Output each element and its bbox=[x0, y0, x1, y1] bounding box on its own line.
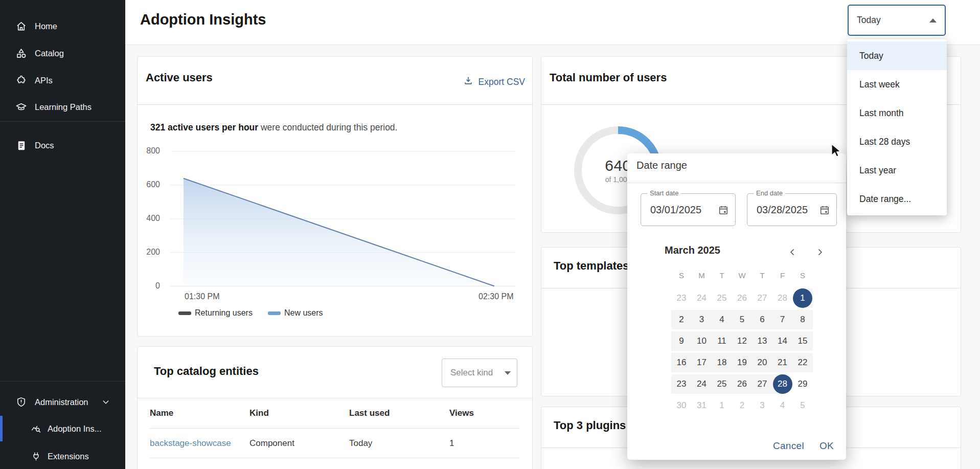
calendar-day[interactable]: 3 bbox=[692, 310, 712, 329]
legend-label: Returning users bbox=[195, 308, 253, 318]
sidebar-item-label: Extensions bbox=[48, 452, 89, 461]
card-divider bbox=[138, 104, 532, 105]
sidebar-item-administration[interactable]: Administration bbox=[0, 390, 125, 414]
kind-select[interactable]: Select kind bbox=[442, 359, 517, 387]
menu-item-last-week[interactable]: Last week bbox=[847, 70, 947, 99]
calendar-day[interactable]: 30 bbox=[672, 396, 691, 415]
menu-item-last-year[interactable]: Last year bbox=[847, 156, 947, 185]
sidebar-item-adoption-insights[interactable]: Adoption Ins... bbox=[0, 417, 125, 440]
sidebar-item-docs[interactable]: Docs bbox=[0, 133, 125, 157]
menu-item-last-month[interactable]: Last month bbox=[847, 99, 947, 127]
calendar-day[interactable]: 6 bbox=[753, 310, 772, 329]
active-users-area-chart bbox=[170, 148, 516, 286]
cell-kind: Component bbox=[249, 438, 349, 449]
calendar-day[interactable]: 22 bbox=[793, 353, 812, 372]
calendar-day[interactable]: 28 bbox=[773, 288, 792, 308]
calendar-day[interactable]: 26 bbox=[733, 288, 752, 308]
calendar-day[interactable]: 8 bbox=[793, 310, 812, 329]
calendar-day[interactable]: 29 bbox=[793, 374, 812, 394]
calendar-day[interactable]: 5 bbox=[733, 310, 752, 329]
calendar-day-selected[interactable]: 28 bbox=[773, 374, 792, 394]
calendar-day[interactable]: 26 bbox=[733, 374, 752, 394]
calendar-day[interactable]: 1 bbox=[712, 396, 732, 415]
sidebar-item-label: Administration bbox=[35, 397, 88, 407]
start-date-field[interactable]: Start date 03/01/2025 bbox=[641, 193, 736, 226]
calendar-day[interactable]: 11 bbox=[712, 331, 732, 351]
learning-paths-icon bbox=[15, 101, 27, 113]
calendar-day[interactable]: 2 bbox=[733, 396, 752, 415]
calendar-icon[interactable] bbox=[819, 204, 830, 215]
calendar-day[interactable]: 7 bbox=[773, 310, 792, 329]
calendar-icon[interactable] bbox=[718, 204, 729, 215]
apis-icon bbox=[15, 75, 27, 86]
dialog-divider bbox=[627, 183, 846, 183]
legend-item: New users bbox=[268, 308, 323, 318]
sidebar-divider bbox=[0, 381, 125, 382]
legend-label: New users bbox=[284, 308, 323, 318]
menu-item-today[interactable]: Today bbox=[847, 41, 947, 70]
sidebar-item-home[interactable]: Home bbox=[0, 14, 125, 38]
calendar-day[interactable]: 31 bbox=[692, 396, 712, 415]
mouse-cursor bbox=[831, 144, 845, 160]
calendar-day[interactable]: 2 bbox=[672, 310, 691, 329]
calendar-day[interactable]: 27 bbox=[753, 374, 772, 394]
column-header-views: Views bbox=[449, 408, 520, 418]
calendar-day[interactable]: 3 bbox=[753, 396, 772, 415]
summary-metric: 321 active users per hour bbox=[150, 122, 258, 132]
sidebar-item-label: Home bbox=[35, 21, 57, 31]
calendar-day[interactable]: 10 bbox=[692, 331, 712, 351]
calendar-day[interactable]: 23 bbox=[672, 374, 691, 394]
y-axis-tick: 0 bbox=[138, 281, 160, 291]
y-axis-tick: 800 bbox=[138, 146, 160, 155]
weekday-label: S bbox=[674, 271, 689, 280]
calendar-day[interactable]: 12 bbox=[733, 331, 752, 351]
catalog-icon bbox=[15, 48, 27, 59]
sidebar-item-label: Docs bbox=[35, 141, 54, 150]
legend-swatch bbox=[268, 311, 281, 315]
entity-link[interactable]: backstage-showcase bbox=[150, 438, 249, 449]
calendar-day[interactable]: 16 bbox=[672, 353, 691, 372]
calendar-day[interactable]: 25 bbox=[712, 374, 732, 394]
menu-item-date-range[interactable]: Date range... bbox=[847, 185, 947, 213]
calendar-day[interactable]: 27 bbox=[753, 288, 772, 308]
calendar-day[interactable]: 20 bbox=[753, 353, 772, 372]
sidebar-item-label: Catalog bbox=[35, 49, 64, 58]
kind-select-placeholder: Select kind bbox=[450, 368, 493, 378]
calendar-day[interactable]: 24 bbox=[692, 288, 712, 308]
chevron-right-icon[interactable] bbox=[813, 245, 827, 259]
sidebar-item-catalog[interactable]: Catalog bbox=[0, 41, 125, 65]
card-title: Total number of users bbox=[550, 71, 667, 84]
chevron-down-icon bbox=[102, 398, 110, 406]
ok-button[interactable]: OK bbox=[819, 440, 834, 452]
column-header-kind: Kind bbox=[249, 408, 349, 418]
calendar-day[interactable]: 13 bbox=[753, 331, 772, 351]
sidebar-item-learning-paths[interactable]: Learning Paths bbox=[0, 95, 125, 119]
calendar-day[interactable]: 24 bbox=[692, 374, 712, 394]
end-date-field[interactable]: End date 03/28/2025 bbox=[747, 193, 837, 226]
calendar-day[interactable]: 4 bbox=[773, 396, 792, 415]
period-select[interactable]: Today bbox=[848, 5, 946, 36]
calendar-day[interactable]: 4 bbox=[712, 310, 732, 329]
calendar-day[interactable]: 21 bbox=[773, 353, 792, 372]
calendar-day[interactable]: 19 bbox=[733, 353, 752, 372]
calendar-day[interactable]: 18 bbox=[712, 353, 732, 372]
sidebar-item-extensions[interactable]: Extensions bbox=[0, 444, 125, 468]
cancel-button[interactable]: Cancel bbox=[773, 440, 804, 452]
summary-text: were conducted during this period. bbox=[258, 122, 397, 132]
calendar-day[interactable]: 9 bbox=[672, 331, 691, 351]
active-users-card: Active users Export CSV 321 active users… bbox=[137, 56, 533, 337]
card-title: Top catalog entities bbox=[154, 365, 259, 378]
sidebar-item-apis[interactable]: APIs bbox=[0, 69, 125, 92]
export-csv-button[interactable]: Export CSV bbox=[463, 76, 525, 88]
calendar-day[interactable]: 5 bbox=[793, 396, 812, 415]
calendar-day[interactable]: 25 bbox=[712, 288, 732, 308]
calendar-day[interactable]: 17 bbox=[692, 353, 712, 372]
chevron-left-icon[interactable] bbox=[786, 245, 799, 259]
export-csv-label: Export CSV bbox=[478, 77, 525, 87]
home-icon bbox=[15, 20, 27, 32]
calendar-day[interactable]: 14 bbox=[773, 331, 792, 351]
menu-item-last-28-days[interactable]: Last 28 days bbox=[847, 127, 947, 156]
calendar-day[interactable]: 15 bbox=[793, 331, 812, 351]
calendar-day[interactable]: 23 bbox=[672, 288, 691, 308]
calendar-day-selected[interactable]: 1 bbox=[793, 288, 812, 308]
